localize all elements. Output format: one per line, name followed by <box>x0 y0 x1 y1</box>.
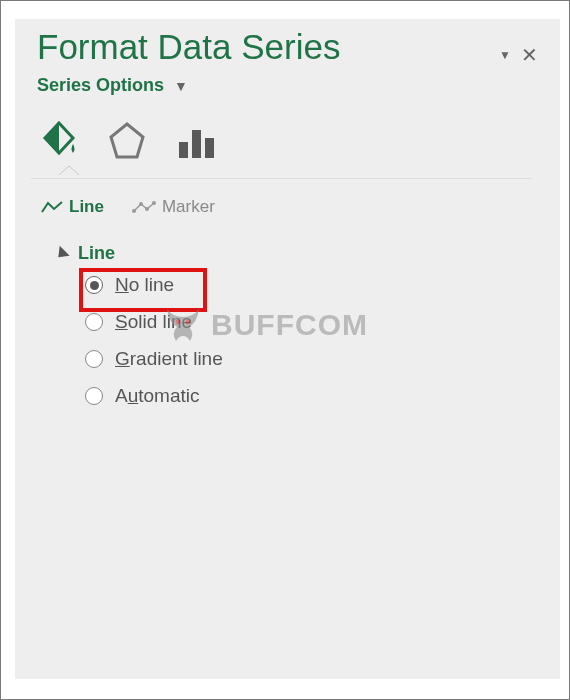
series-options-label: Series Options <box>37 75 164 96</box>
radio-automatic[interactable]: Automatic <box>85 385 560 407</box>
radio-indicator <box>85 276 103 294</box>
radio-gradient-line[interactable]: Gradient line <box>85 348 560 370</box>
category-icon-row <box>39 120 560 166</box>
collapse-caret-icon <box>53 245 69 261</box>
tab-marker[interactable]: Marker <box>132 197 215 217</box>
line-type-radio-group: No line Solid line Gradient line Automat… <box>85 274 560 407</box>
active-category-caret <box>59 165 77 175</box>
separator <box>31 178 532 179</box>
format-data-series-pane: Format Data Series ▼ ✕ Series Options ▼ <box>15 19 560 679</box>
svg-marker-0 <box>111 124 143 157</box>
radio-solid-line-label: Solid line <box>115 311 192 333</box>
svg-point-5 <box>139 202 143 206</box>
chevron-down-icon: ▼ <box>174 78 188 94</box>
svg-point-7 <box>152 201 156 205</box>
tab-line[interactable]: Line <box>41 197 104 217</box>
radio-indicator <box>85 313 103 331</box>
radio-automatic-label: Automatic <box>115 385 200 407</box>
radio-no-line-label: No line <box>115 274 174 296</box>
radio-solid-line[interactable]: Solid line <box>85 311 560 333</box>
tab-marker-label: Marker <box>162 197 215 217</box>
series-options-icon[interactable] <box>175 120 219 166</box>
fill-line-icon[interactable] <box>39 120 79 166</box>
svg-rect-1 <box>179 142 188 158</box>
app-frame: Format Data Series ▼ ✕ Series Options ▼ <box>0 0 570 700</box>
radio-gradient-line-label: Gradient line <box>115 348 223 370</box>
line-marker-tabs: Line Marker <box>41 197 560 217</box>
close-icon[interactable]: ✕ <box>521 45 538 65</box>
pane-title-controls: ▼ ✕ <box>499 45 538 65</box>
pane-menu-dropdown[interactable]: ▼ <box>499 49 511 61</box>
svg-rect-2 <box>192 130 201 158</box>
line-tab-icon <box>41 200 63 214</box>
tab-line-label: Line <box>69 197 104 217</box>
marker-tab-icon <box>132 200 156 214</box>
line-section-label: Line <box>78 243 115 264</box>
series-options-dropdown[interactable]: Series Options ▼ <box>37 75 560 96</box>
svg-point-6 <box>145 207 149 211</box>
radio-no-line[interactable]: No line <box>85 274 560 296</box>
svg-rect-3 <box>205 138 214 158</box>
svg-point-4 <box>132 209 136 213</box>
radio-indicator <box>85 350 103 368</box>
pane-title: Format Data Series <box>37 27 499 67</box>
radio-indicator <box>85 387 103 405</box>
effects-icon[interactable] <box>107 120 147 166</box>
pane-title-row: Format Data Series ▼ ✕ <box>37 27 560 67</box>
line-section-header[interactable]: Line <box>57 243 560 264</box>
